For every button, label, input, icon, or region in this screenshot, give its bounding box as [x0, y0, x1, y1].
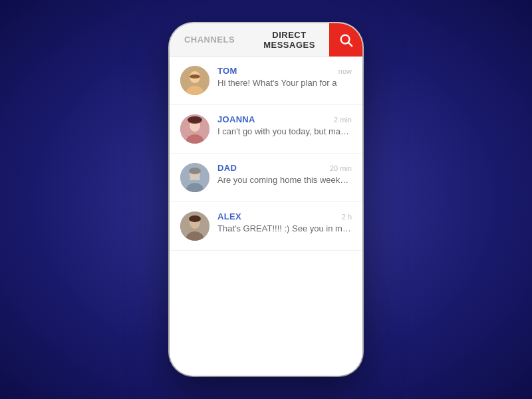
svg-point-14 [189, 168, 201, 174]
search-icon [338, 33, 353, 47]
tab-bar: CHANNELS DIRECT MESSAGES [170, 23, 362, 57]
svg-line-1 [348, 43, 352, 46]
svg-point-19 [189, 215, 201, 222]
message-header: ALEX 2 h [217, 211, 352, 221]
phone-container: CHANNELS DIRECT MESSAGES TOM [170, 23, 362, 376]
messages-list: TOM now Hi there! What's Your plan for a [170, 57, 362, 376]
sender-name: TOM [217, 66, 237, 76]
message-content: JOANNA 2 min I can't go with you today, … [217, 114, 352, 136]
message-preview: I can't go with you today, but maybe [217, 126, 352, 136]
sender-name: DAD [217, 163, 237, 173]
list-item[interactable]: JOANNA 2 min I can't go with you today, … [170, 105, 362, 154]
message-content: ALEX 2 h That's GREAT!!!! :) See you in … [217, 211, 352, 233]
tab-channels[interactable]: CHANNELS [170, 23, 249, 56]
timestamp: 2 h [342, 213, 352, 221]
list-item[interactable]: DAD 20 min Are you coming home this week… [170, 154, 362, 202]
list-item[interactable]: TOM now Hi there! What's Your plan for a [170, 57, 362, 105]
message-content: DAD 20 min Are you coming home this week… [217, 163, 352, 185]
svg-rect-15 [190, 178, 200, 180]
avatar [180, 163, 209, 192]
timestamp: now [338, 67, 352, 75]
timestamp: 2 min [334, 116, 352, 124]
svg-point-10 [188, 116, 202, 123]
avatar [180, 211, 209, 241]
avatar [180, 66, 209, 95]
message-header: JOANNA 2 min [217, 114, 352, 124]
message-preview: Hi there! What's Your plan for a [217, 78, 352, 88]
message-header: DAD 20 min [217, 163, 352, 173]
message-preview: Are you coming home this weekend? [217, 175, 352, 185]
timestamp: 20 min [330, 164, 352, 172]
avatar [180, 114, 209, 144]
sender-name: JOANNA [217, 114, 255, 124]
message-preview: That's GREAT!!!! :) See you in monday! [217, 223, 352, 233]
search-button[interactable] [329, 23, 362, 57]
message-header: TOM now [217, 66, 352, 76]
list-item[interactable]: ALEX 2 h That's GREAT!!!! :) See you in … [170, 202, 362, 251]
sender-name: ALEX [217, 211, 241, 221]
message-content: TOM now Hi there! What's Your plan for a [217, 66, 352, 88]
svg-point-5 [190, 74, 200, 78]
tab-direct-messages[interactable]: DIRECT MESSAGES [249, 23, 329, 56]
